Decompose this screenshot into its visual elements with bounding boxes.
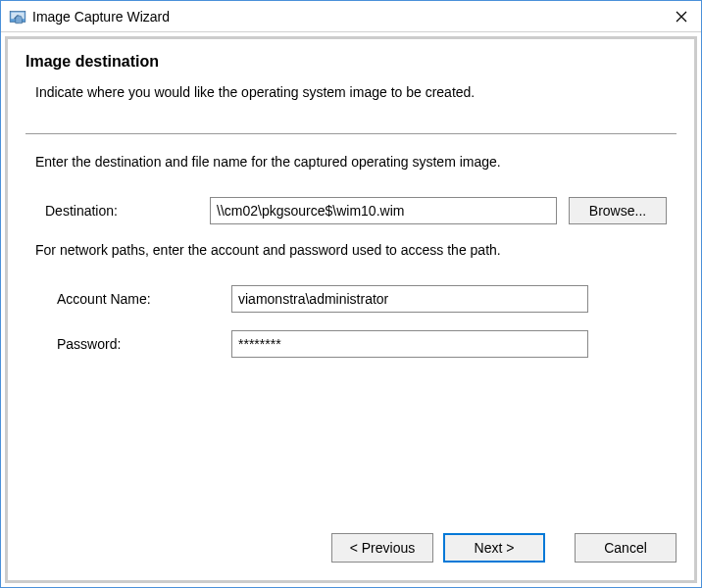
destination-row: Destination: Browse... xyxy=(35,197,667,224)
account-row: Account Name: xyxy=(35,285,667,313)
app-icon xyxy=(9,8,26,25)
password-input[interactable] xyxy=(231,330,588,358)
destination-instruction: Enter the destination and file name for … xyxy=(35,154,667,170)
credentials-instruction: For network paths, enter the account and… xyxy=(35,242,667,258)
browse-button[interactable]: Browse... xyxy=(569,197,667,224)
header-section: Image destination Indicate where you wou… xyxy=(8,39,694,123)
destination-label: Destination: xyxy=(35,203,210,219)
page-subheading: Indicate where you would like the operat… xyxy=(25,84,677,100)
account-label: Account Name: xyxy=(57,291,231,307)
content-area: Image destination Indicate where you wou… xyxy=(5,36,697,521)
page-heading: Image destination xyxy=(25,53,677,71)
next-button[interactable]: Next > xyxy=(443,533,545,563)
destination-input[interactable] xyxy=(210,197,557,224)
password-label: Password: xyxy=(57,336,231,352)
account-input[interactable] xyxy=(231,285,588,313)
titlebar: Image Capture Wizard xyxy=(1,1,701,32)
button-bar: < Previous Next > Cancel xyxy=(5,521,697,583)
cancel-button[interactable]: Cancel xyxy=(575,533,677,563)
form-section: Enter the destination and file name for … xyxy=(8,134,694,521)
password-row: Password: xyxy=(35,330,667,358)
previous-button[interactable]: < Previous xyxy=(331,533,433,563)
wizard-window: Image Capture Wizard Image destination I… xyxy=(0,0,702,588)
window-title: Image Capture Wizard xyxy=(32,9,662,24)
close-button[interactable] xyxy=(662,1,701,32)
